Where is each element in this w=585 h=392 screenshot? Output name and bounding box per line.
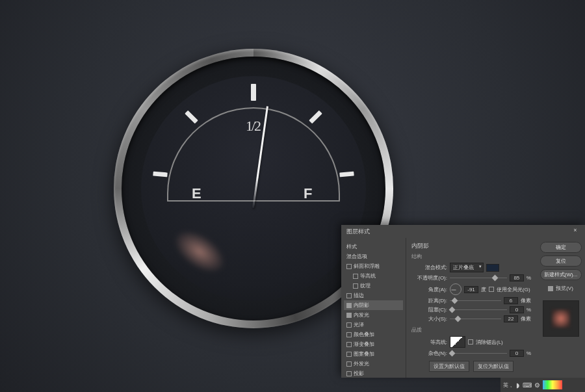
blend-mode-label: 混合模式: (411, 264, 447, 271)
dialog-body: 样式 混合选项 斜面和浮雕 等高线 纹理 描边 内阴影 内发光 光泽 颜色叠加 … (341, 238, 585, 378)
opacity-input[interactable] (510, 274, 524, 281)
blend-options[interactable]: 混合选项 (344, 252, 403, 261)
checkbox-icon[interactable] (346, 322, 352, 328)
new-style-button[interactable]: 新建样式(W)... (540, 269, 582, 280)
contour-picker[interactable] (450, 336, 465, 348)
checkbox-icon[interactable] (346, 313, 352, 318)
noise-row: 杂色(N): % (411, 350, 531, 357)
choke-slider[interactable] (450, 307, 507, 313)
size-label: 大小(S): (411, 315, 447, 322)
opacity-slider[interactable] (450, 276, 507, 281)
effect-color-overlay[interactable]: 颜色叠加 (344, 330, 403, 339)
checkbox-icon[interactable] (346, 264, 352, 269)
ime-indicator[interactable]: 英 (503, 382, 508, 389)
gauge-label-half: 1/2 (246, 118, 260, 135)
angle-dial[interactable] (450, 283, 462, 295)
effect-texture[interactable]: 纹理 (344, 281, 403, 291)
angle-row: 角度(A): 度 使用全局光(G) (411, 283, 531, 295)
noise-label: 杂色(N): (411, 350, 447, 357)
layer-style-dialog[interactable]: 图层样式 × 样式 混合选项 斜面和浮雕 等高线 纹理 描边 内阴影 内发光 光… (341, 225, 585, 378)
effect-pattern-overlay[interactable]: 图案叠加 (344, 349, 403, 359)
preview-checkbox[interactable] (548, 286, 553, 291)
effect-inner-shadow[interactable]: 内阴影 (344, 300, 403, 310)
default-buttons-row: 设置为默认值 复位为默认值 (411, 361, 531, 372)
checkbox-icon[interactable] (353, 274, 358, 279)
moon-icon[interactable]: ◗ (514, 381, 521, 389)
choke-row: 阻塞(C): % (411, 306, 531, 313)
keyboard-icon[interactable]: ⌨ (523, 381, 531, 389)
checkbox-icon[interactable] (346, 293, 352, 298)
effect-satin[interactable]: 光泽 (344, 320, 403, 330)
angle-input[interactable] (464, 286, 478, 293)
size-unit: 像素 (521, 315, 531, 322)
effect-stroke[interactable]: 描边 (344, 291, 403, 300)
effect-label: 外发光 (354, 360, 369, 367)
gauge-tick-half (251, 84, 256, 101)
ime-comma[interactable]: , (510, 382, 512, 388)
checkbox-icon[interactable] (346, 371, 352, 376)
choke-input[interactable] (510, 306, 524, 313)
effect-label: 等高线 (360, 272, 376, 280)
noise-input[interactable] (510, 350, 524, 357)
close-icon[interactable]: × (571, 227, 580, 236)
effect-inner-glow[interactable]: 内发光 (344, 310, 403, 320)
dialog-titlebar[interactable]: 图层样式 × (341, 225, 585, 238)
styles-header[interactable]: 样式 (344, 242, 403, 252)
gauge-face: 1/2 E F (141, 76, 366, 301)
preview-label: 预览(V) (556, 285, 573, 292)
blend-mode-dropdown[interactable]: 正片叠底 (450, 263, 484, 272)
section-title-inner-shadow: 内阴影 (411, 242, 531, 250)
ok-button[interactable]: 确定 (540, 242, 582, 253)
checkbox-icon[interactable] (346, 342, 352, 347)
effect-label: 内发光 (354, 311, 369, 319)
blend-mode-row: 混合模式: 正片叠底 (411, 263, 531, 272)
reset-default-button[interactable]: 复位为默认值 (473, 361, 514, 372)
effect-bevel[interactable]: 斜面和浮雕 (344, 261, 403, 271)
effect-gradient-overlay[interactable]: 渐变叠加 (344, 339, 403, 349)
antialias-label: 消除锯齿(L) (476, 339, 503, 346)
distance-input[interactable] (504, 297, 518, 304)
cancel-button[interactable]: 复位 (540, 255, 582, 267)
contour-label: 等高线: (411, 339, 447, 346)
color-bar-icon[interactable] (543, 380, 562, 389)
effect-label: 渐变叠加 (354, 341, 374, 348)
opacity-row: 不透明度(O): % (411, 274, 531, 281)
effect-label: 图案叠加 (354, 350, 374, 358)
preview-row: 预览(V) (548, 285, 573, 292)
gauge-tick-empty (153, 172, 168, 177)
effect-drop-shadow[interactable]: 投影 (344, 369, 403, 378)
preview-dot (552, 309, 570, 328)
checkbox-icon[interactable] (346, 361, 352, 367)
make-default-button[interactable]: 设置为默认值 (429, 361, 469, 372)
distance-unit: 像素 (521, 297, 531, 304)
contour-row: 等高线: 消除锯齿(L) (411, 336, 531, 348)
gear-icon[interactable]: ⚙ (533, 381, 541, 389)
noise-slider[interactable] (450, 351, 507, 356)
global-light-label: 使用全局光(G) (497, 286, 530, 293)
effect-outer-glow[interactable]: 外发光 (344, 359, 403, 369)
distance-row: 距离(D): 像素 (411, 297, 531, 304)
taskbar: 英 , ◗ ⌨ ⚙ (500, 378, 585, 392)
noise-unit: % (526, 350, 531, 356)
size-slider[interactable] (450, 317, 501, 322)
distance-slider[interactable] (450, 298, 501, 304)
checkbox-icon[interactable] (346, 303, 352, 308)
opacity-label: 不透明度(O): (411, 274, 447, 281)
structure-label: 结构 (411, 253, 531, 260)
shadow-color-swatch[interactable] (486, 264, 499, 272)
effect-contour[interactable]: 等高线 (344, 271, 403, 281)
size-row: 大小(S): 像素 (411, 315, 531, 322)
angle-unit: 度 (481, 286, 486, 293)
global-light-checkbox[interactable] (489, 287, 494, 292)
checkbox-icon[interactable] (353, 283, 358, 289)
checkbox-icon[interactable] (346, 352, 352, 357)
dialog-buttons: 确定 复位 新建样式(W)... 预览(V) (536, 238, 585, 378)
gauge-label-empty: E (192, 185, 202, 202)
antialias-checkbox[interactable] (468, 339, 473, 345)
size-input[interactable] (504, 315, 518, 322)
preview-swatch (543, 300, 579, 337)
gauge-tick-full (339, 172, 354, 177)
checkbox-icon[interactable] (346, 332, 352, 337)
dialog-title-text: 图层样式 (346, 228, 370, 236)
opacity-unit: % (526, 275, 531, 281)
